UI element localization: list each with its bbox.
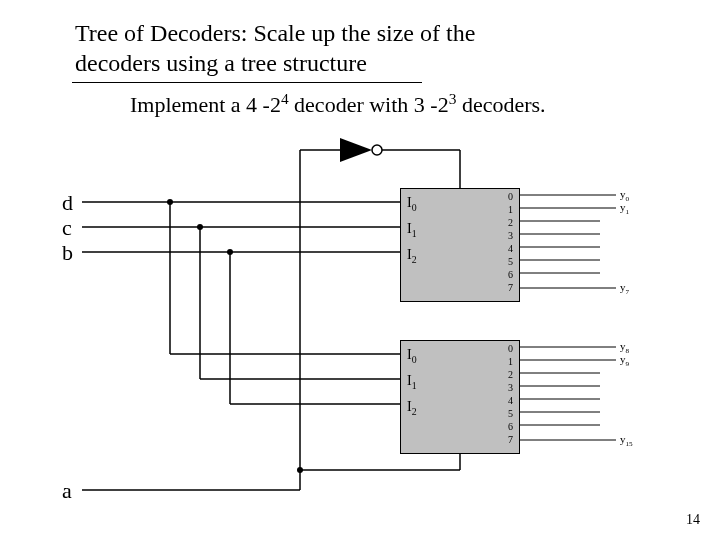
slide: Tree of Decoders: Scale up the size of t… bbox=[0, 0, 720, 540]
svg-point-8 bbox=[227, 249, 233, 255]
svg-point-19 bbox=[372, 145, 382, 155]
svg-point-6 bbox=[167, 199, 173, 205]
wire-diagram bbox=[0, 0, 720, 540]
svg-marker-18 bbox=[340, 138, 372, 162]
svg-point-7 bbox=[197, 224, 203, 230]
page-number: 14 bbox=[686, 512, 700, 528]
